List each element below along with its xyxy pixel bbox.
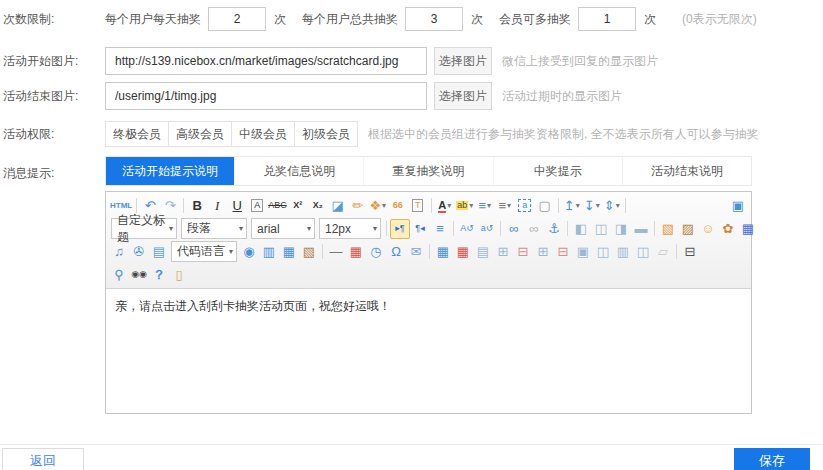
start-image-input[interactable] <box>105 47 427 75</box>
toolbar-anchor-button[interactable]: ⚓ <box>544 219 564 239</box>
start-image-hint: 微信上接受到回复的显示图片 <box>502 53 658 70</box>
limit-count-input[interactable] <box>208 7 266 31</box>
toolbar-emotion-button[interactable]: ☺ <box>698 219 718 239</box>
toolbar-font-border-button[interactable]: A <box>247 196 267 216</box>
member-option-button[interactable]: 初级会员 <box>294 121 358 147</box>
toolbar-insert-col-button[interactable]: ⊞ <box>533 242 553 262</box>
member-option-button[interactable]: 中级会员 <box>231 121 295 147</box>
toolbar-attachment-button[interactable]: ✇ <box>129 242 149 262</box>
paragraph-space-top-icon: ↥ <box>564 199 575 212</box>
member-option-button[interactable]: 终极会员 <box>105 121 169 147</box>
toolbar-superscript-button[interactable]: X² <box>288 196 308 216</box>
toolbar-subscript-button[interactable]: X₂ <box>308 196 328 216</box>
toolbar-to-lowercase-button[interactable]: a↺ <box>477 219 497 239</box>
save-button[interactable]: 保存 <box>734 448 810 470</box>
toolbar-split-cell-button[interactable]: ◫ <box>593 242 613 262</box>
message-tab[interactable]: 重复抽奖说明 <box>363 157 492 185</box>
toolbar-horizontal-rule-button[interactable]: — <box>326 242 346 262</box>
toolbar-insert-video-button[interactable]: ▦ <box>738 219 758 239</box>
toolbar-insert-row-button[interactable]: ⊞ <box>493 242 513 262</box>
toolbar-table-title-button[interactable]: ▤ <box>473 242 493 262</box>
toolbar-insert-code-button[interactable]: ◉ <box>239 242 259 262</box>
end-image-input[interactable] <box>105 82 427 110</box>
toolbar-delete-row-button[interactable]: ⊟ <box>513 242 533 262</box>
toolbar-paragraph-space-bottom-button[interactable]: ↧▾ <box>582 196 602 216</box>
toolbar-page-break-button[interactable]: ▥ <box>259 242 279 262</box>
toolbar-template-button[interactable]: ▦ <box>279 242 299 262</box>
toolbar-image-align-center-button[interactable]: ◫ <box>591 219 611 239</box>
toolbar-help-button[interactable]: ？ <box>149 265 169 285</box>
toolbar-merge-cells-button[interactable]: ▣ <box>573 242 593 262</box>
toolbar-ordered-list-button[interactable]: ≡▾ <box>475 196 495 216</box>
toolbar-preview-button[interactable]: ▣ <box>728 196 748 216</box>
toolbar-insert-date-button[interactable]: ▦ <box>346 242 366 262</box>
toolbar-paste-board-button[interactable]: ▯ <box>169 265 189 285</box>
delete-table-icon: ▦ <box>457 245 469 258</box>
toolbar-insert-map-button[interactable]: ▤ <box>149 242 169 262</box>
paragraph-select[interactable]: 段落▾ <box>181 218 247 239</box>
message-tab[interactable]: 中奖提示 <box>493 157 622 185</box>
toolbar-table-sort-button[interactable]: ▱ <box>653 242 673 262</box>
font-family-select[interactable]: arial▾ <box>251 218 315 239</box>
toolbar-to-uppercase-button[interactable]: A↺ <box>457 219 477 239</box>
toolbar-font-color-button[interactable]: A▾ <box>435 196 455 216</box>
message-tab[interactable]: 活动结束说明 <box>622 157 751 185</box>
toolbar-highlight-color-button[interactable]: ab▾ <box>455 196 475 216</box>
toolbar-insert-music-button[interactable]: ♫ <box>109 242 129 262</box>
toolbar-indent-button[interactable]: ▸¶ <box>390 219 410 239</box>
toolbar-format-painter-button[interactable]: ✏ <box>348 196 368 216</box>
toolbar-unordered-list-button[interactable]: ≡▾ <box>495 196 515 216</box>
message-tab[interactable]: 兑奖信息说明 <box>234 157 363 185</box>
toolbar-delete-table-button[interactable]: ▦ <box>453 242 473 262</box>
toolbar-split-cols-button[interactable]: ◫ <box>633 242 653 262</box>
screen-snapshot-icon: ▧ <box>303 245 315 258</box>
start-image-pick-button[interactable]: 选择图片 <box>434 47 492 75</box>
toolbar-web-app-button[interactable]: ✉ <box>406 242 426 262</box>
code-language-select[interactable]: 代码语言▾ <box>171 241 237 262</box>
toolbar-print-button[interactable]: ⊟ <box>680 242 700 262</box>
toolbar-find-replace-button[interactable]: ◉◉ <box>129 265 149 285</box>
image-align-center-icon: ◫ <box>595 222 607 235</box>
toolbar-line-height-button[interactable]: ⇕▾ <box>602 196 622 216</box>
end-image-pick-button[interactable]: 选择图片 <box>434 82 492 110</box>
toolbar-paragraph-format-button[interactable]: ≡ <box>430 219 450 239</box>
toolbar-strikethrough-button[interactable]: ABC <box>267 196 288 216</box>
toolbar-paragraph-space-top-button[interactable]: ↥▾ <box>562 196 582 216</box>
toolbar-bold-button[interactable]: B <box>187 196 207 216</box>
message-tab[interactable]: 活动开始提示说明 <box>106 157 234 185</box>
toolbar-insert-image-button[interactable]: ▧ <box>658 219 678 239</box>
toolbar-insert-time-button[interactable]: ◷ <box>366 242 386 262</box>
font-size-select[interactable]: 12px▾ <box>319 218 381 239</box>
subscript-icon: X₂ <box>313 201 323 210</box>
toolbar-remove-format-button[interactable]: ◪ <box>328 196 348 216</box>
toolbar-blockquote-button[interactable]: 66 <box>388 196 408 216</box>
limit-field-label: 每个用户每天抽奖 <box>105 11 201 28</box>
toolbar-special-chars-button[interactable]: Ω <box>386 242 406 262</box>
toolbar-scrawl-button[interactable]: ✿ <box>718 219 738 239</box>
toolbar-paste-text-button[interactable]: T <box>408 196 428 216</box>
toolbar-split-rows-button[interactable]: ▥ <box>613 242 633 262</box>
toolbar-select-all-button[interactable]: a <box>515 196 535 216</box>
editor-content[interactable]: 亲，请点击进入刮刮卡抽奖活动页面，祝您好运哦！ <box>106 289 751 413</box>
limit-count-input[interactable] <box>405 7 463 31</box>
toolbar-insert-table-button[interactable]: ▦ <box>433 242 453 262</box>
toolbar-search-button[interactable]: ⚲ <box>109 265 129 285</box>
toolbar-italic-button[interactable]: I <box>207 196 227 216</box>
toolbar-underline-button[interactable]: U <box>227 196 247 216</box>
insert-map-icon: ▤ <box>153 245 165 258</box>
custom-title-select[interactable]: 自定义标题▾ <box>111 218 177 239</box>
toolbar-image-align-left-button[interactable]: ◧ <box>571 219 591 239</box>
toolbar-delete-col-button[interactable]: ⊟ <box>553 242 573 262</box>
back-button[interactable]: 返回 <box>2 448 84 470</box>
limit-count-input[interactable] <box>578 7 636 31</box>
toolbar-image-manager-button[interactable]: ▨ <box>678 219 698 239</box>
toolbar-paragraph-rtl-button[interactable]: ¶◂ <box>410 219 430 239</box>
toolbar-remove-link-button[interactable]: ∞ <box>524 219 544 239</box>
toolbar-image-align-right-button[interactable]: ◨ <box>611 219 631 239</box>
toolbar-screen-snapshot-button[interactable]: ▧ <box>299 242 319 262</box>
toolbar-insert-link-button[interactable]: ∞ <box>504 219 524 239</box>
toolbar-clear-doc-button[interactable]: ▢ <box>535 196 555 216</box>
toolbar-image-block-button[interactable]: ▬ <box>631 219 651 239</box>
toolbar-auto-typeset-button[interactable]: ❖▾ <box>368 196 388 216</box>
member-option-button[interactable]: 高级会员 <box>168 121 232 147</box>
